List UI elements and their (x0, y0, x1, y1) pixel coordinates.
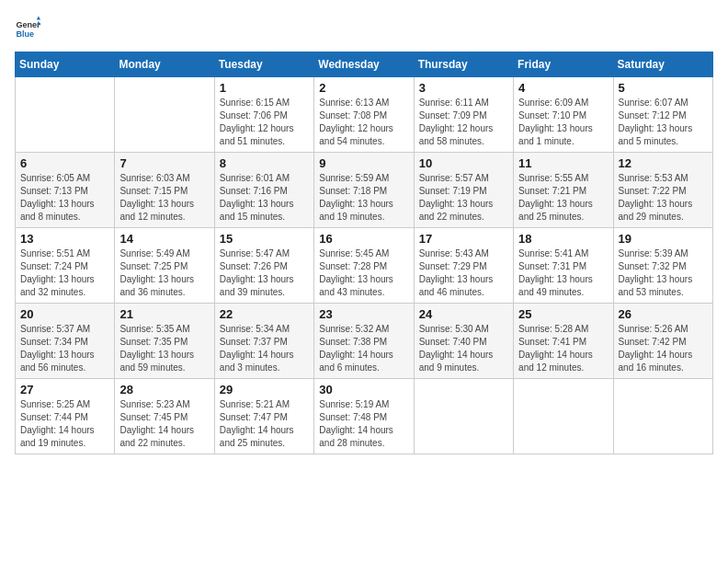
calendar-week-row: 6Sunrise: 6:05 AM Sunset: 7:13 PM Daylig… (16, 153, 713, 228)
calendar-cell: 14Sunrise: 5:49 AM Sunset: 7:25 PM Dayli… (115, 228, 214, 304)
day-info: Sunrise: 5:57 AM Sunset: 7:19 PM Dayligh… (419, 172, 508, 224)
calendar-cell: 8Sunrise: 6:01 AM Sunset: 7:16 PM Daylig… (214, 153, 313, 228)
calendar-cell: 25Sunrise: 5:28 AM Sunset: 7:41 PM Dayli… (514, 304, 613, 379)
day-info: Sunrise: 5:55 AM Sunset: 7:21 PM Dayligh… (518, 172, 608, 224)
day-number: 11 (518, 156, 608, 170)
calendar-cell: 27Sunrise: 5:25 AM Sunset: 7:44 PM Dayli… (16, 379, 115, 454)
svg-marker-2 (37, 16, 40, 19)
day-number: 12 (619, 156, 708, 170)
day-number: 22 (220, 307, 309, 321)
day-header-wednesday: Wednesday (314, 52, 414, 77)
day-header-friday: Friday (514, 52, 613, 77)
calendar-cell: 2Sunrise: 6:13 AM Sunset: 7:08 PM Daylig… (314, 77, 414, 153)
day-info: Sunrise: 6:03 AM Sunset: 7:15 PM Dayligh… (119, 172, 209, 224)
calendar-cell: 19Sunrise: 5:39 AM Sunset: 7:32 PM Dayli… (613, 228, 712, 304)
calendar-cell (613, 379, 712, 454)
day-info: Sunrise: 5:49 AM Sunset: 7:25 PM Dayligh… (119, 247, 209, 299)
calendar-cell: 20Sunrise: 5:37 AM Sunset: 7:34 PM Dayli… (16, 304, 115, 379)
day-info: Sunrise: 5:25 AM Sunset: 7:44 PM Dayligh… (20, 398, 109, 450)
day-number: 27 (20, 383, 109, 396)
logo: General Blue (15, 15, 40, 40)
calendar-cell: 9Sunrise: 5:59 AM Sunset: 7:18 PM Daylig… (314, 153, 414, 228)
day-info: Sunrise: 5:53 AM Sunset: 7:22 PM Dayligh… (619, 172, 708, 224)
day-info: Sunrise: 5:51 AM Sunset: 7:24 PM Dayligh… (20, 247, 109, 299)
day-info: Sunrise: 5:35 AM Sunset: 7:35 PM Dayligh… (119, 323, 209, 374)
day-number: 2 (319, 81, 408, 95)
day-header-monday: Monday (115, 52, 214, 77)
calendar-cell: 4Sunrise: 6:09 AM Sunset: 7:10 PM Daylig… (514, 77, 613, 153)
calendar-cell: 1Sunrise: 6:15 AM Sunset: 7:06 PM Daylig… (214, 77, 313, 153)
day-number: 20 (20, 307, 109, 321)
day-number: 4 (518, 81, 608, 95)
day-number: 23 (319, 307, 408, 321)
day-number: 1 (220, 81, 309, 95)
day-info: Sunrise: 5:21 AM Sunset: 7:47 PM Dayligh… (220, 398, 309, 450)
day-info: Sunrise: 5:45 AM Sunset: 7:28 PM Dayligh… (319, 247, 408, 299)
calendar-week-row: 27Sunrise: 5:25 AM Sunset: 7:44 PM Dayli… (16, 379, 713, 454)
day-info: Sunrise: 5:19 AM Sunset: 7:48 PM Dayligh… (319, 398, 408, 450)
svg-text:General: General (16, 20, 40, 29)
day-number: 9 (319, 156, 408, 170)
calendar-cell: 26Sunrise: 5:26 AM Sunset: 7:42 PM Dayli… (613, 304, 712, 379)
calendar-cell: 28Sunrise: 5:23 AM Sunset: 7:45 PM Dayli… (115, 379, 214, 454)
day-info: Sunrise: 5:41 AM Sunset: 7:31 PM Dayligh… (518, 247, 608, 299)
calendar-cell: 13Sunrise: 5:51 AM Sunset: 7:24 PM Dayli… (16, 228, 115, 304)
calendar-cell: 6Sunrise: 6:05 AM Sunset: 7:13 PM Daylig… (16, 153, 115, 228)
day-number: 26 (619, 307, 708, 321)
calendar-cell: 30Sunrise: 5:19 AM Sunset: 7:48 PM Dayli… (314, 379, 414, 454)
day-number: 13 (20, 232, 109, 246)
day-number: 21 (119, 307, 209, 321)
day-header-tuesday: Tuesday (214, 52, 313, 77)
day-info: Sunrise: 5:32 AM Sunset: 7:38 PM Dayligh… (319, 323, 408, 374)
day-info: Sunrise: 5:59 AM Sunset: 7:18 PM Dayligh… (319, 172, 408, 224)
calendar-cell: 17Sunrise: 5:43 AM Sunset: 7:29 PM Dayli… (414, 228, 513, 304)
calendar-cell (514, 379, 613, 454)
calendar-header-row: SundayMondayTuesdayWednesdayThursdayFrid… (16, 52, 713, 77)
day-info: Sunrise: 5:39 AM Sunset: 7:32 PM Dayligh… (619, 247, 708, 299)
calendar-cell: 22Sunrise: 5:34 AM Sunset: 7:37 PM Dayli… (214, 304, 313, 379)
calendar-cell: 10Sunrise: 5:57 AM Sunset: 7:19 PM Dayli… (414, 153, 513, 228)
day-number: 30 (319, 383, 408, 396)
day-info: Sunrise: 6:01 AM Sunset: 7:16 PM Dayligh… (220, 172, 309, 224)
calendar-cell: 5Sunrise: 6:07 AM Sunset: 7:12 PM Daylig… (613, 77, 712, 153)
calendar-cell: 24Sunrise: 5:30 AM Sunset: 7:40 PM Dayli… (414, 304, 513, 379)
logo-icon: General Blue (15, 15, 40, 40)
calendar-cell: 15Sunrise: 5:47 AM Sunset: 7:26 PM Dayli… (214, 228, 313, 304)
day-number: 16 (319, 232, 408, 246)
calendar-cell: 29Sunrise: 5:21 AM Sunset: 7:47 PM Dayli… (214, 379, 313, 454)
day-number: 10 (419, 156, 508, 170)
day-number: 25 (518, 307, 608, 321)
day-number: 28 (119, 383, 209, 396)
calendar-cell (115, 77, 214, 153)
day-info: Sunrise: 5:26 AM Sunset: 7:42 PM Dayligh… (619, 323, 708, 374)
page-header: General Blue (15, 15, 713, 40)
day-number: 3 (419, 81, 508, 95)
day-info: Sunrise: 5:30 AM Sunset: 7:40 PM Dayligh… (419, 323, 508, 374)
calendar-cell: 3Sunrise: 6:11 AM Sunset: 7:09 PM Daylig… (414, 77, 513, 153)
calendar-week-row: 20Sunrise: 5:37 AM Sunset: 7:34 PM Dayli… (16, 304, 713, 379)
calendar-cell (16, 77, 115, 153)
day-number: 18 (518, 232, 608, 246)
day-number: 7 (119, 156, 209, 170)
day-info: Sunrise: 6:11 AM Sunset: 7:09 PM Dayligh… (419, 97, 508, 148)
day-info: Sunrise: 5:43 AM Sunset: 7:29 PM Dayligh… (419, 247, 508, 299)
calendar-cell: 18Sunrise: 5:41 AM Sunset: 7:31 PM Dayli… (514, 228, 613, 304)
day-number: 14 (119, 232, 209, 246)
calendar-week-row: 1Sunrise: 6:15 AM Sunset: 7:06 PM Daylig… (16, 77, 713, 153)
day-info: Sunrise: 5:34 AM Sunset: 7:37 PM Dayligh… (220, 323, 309, 374)
day-number: 24 (419, 307, 508, 321)
day-number: 19 (619, 232, 708, 246)
calendar-week-row: 13Sunrise: 5:51 AM Sunset: 7:24 PM Dayli… (16, 228, 713, 304)
day-number: 5 (619, 81, 708, 95)
day-info: Sunrise: 6:07 AM Sunset: 7:12 PM Dayligh… (619, 97, 708, 148)
calendar-cell (414, 379, 513, 454)
day-number: 17 (419, 232, 508, 246)
day-info: Sunrise: 6:13 AM Sunset: 7:08 PM Dayligh… (319, 97, 408, 148)
day-number: 15 (220, 232, 309, 246)
day-info: Sunrise: 5:28 AM Sunset: 7:41 PM Dayligh… (518, 323, 608, 374)
day-number: 29 (220, 383, 309, 396)
calendar-cell: 16Sunrise: 5:45 AM Sunset: 7:28 PM Dayli… (314, 228, 414, 304)
day-header-thursday: Thursday (414, 52, 513, 77)
calendar-cell: 21Sunrise: 5:35 AM Sunset: 7:35 PM Dayli… (115, 304, 214, 379)
day-info: Sunrise: 6:09 AM Sunset: 7:10 PM Dayligh… (518, 97, 608, 148)
